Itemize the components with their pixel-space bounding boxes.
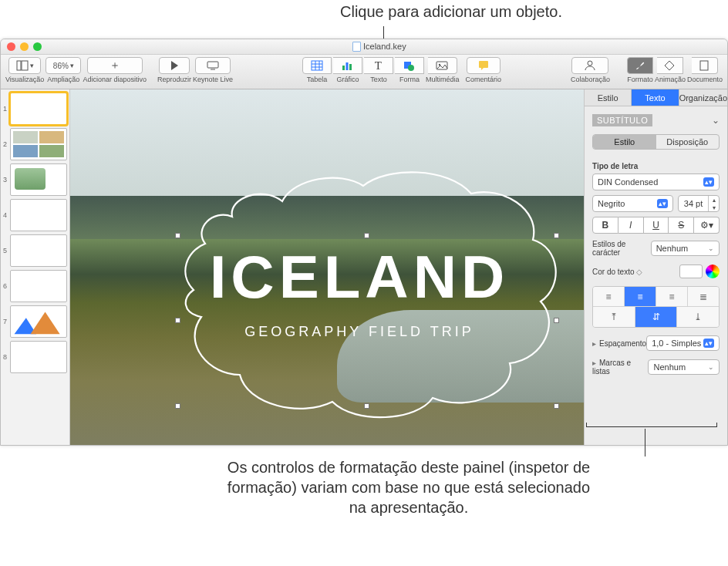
comment-button[interactable]: Comentário xyxy=(465,57,501,83)
shape-icon xyxy=(403,59,415,72)
slide-navigator[interactable]: 1ICELAND 2 3 4 5 6 7 8 xyxy=(1,89,70,445)
font-family-select[interactable]: DIN Condensed▴▾ xyxy=(592,174,720,190)
tab-style[interactable]: Estilo xyxy=(585,89,632,106)
document-icon xyxy=(352,42,361,52)
bullets-label: Marcas e listas xyxy=(592,359,631,376)
tab-arrange[interactable]: Organização xyxy=(679,89,727,106)
zoom-stepper[interactable]: 86%▾ Ampliação xyxy=(46,57,81,83)
slide-thumb[interactable]: 2 xyxy=(3,128,67,160)
callout-top: Clique para adicionar um objeto. xyxy=(285,3,617,21)
valign-bottom-button[interactable]: ⤓ xyxy=(677,307,719,327)
insert-table-button[interactable]: Tabela xyxy=(302,57,332,83)
add-slide-button[interactable]: ＋ Adicionar diapositivo xyxy=(83,57,147,83)
text-seg-style[interactable]: Estilo xyxy=(593,135,656,149)
diamond-icon xyxy=(663,59,676,72)
tab-text[interactable]: Texto xyxy=(632,89,679,106)
font-section-label: Tipo de letra xyxy=(592,162,720,170)
color-wheel-button[interactable] xyxy=(706,264,720,278)
gear-icon: ⚙︎ xyxy=(700,220,709,231)
disclosure-triangle-icon[interactable]: ▸ xyxy=(592,339,596,348)
zoom-window-button[interactable] xyxy=(33,42,42,51)
slide-thumb[interactable]: 4 xyxy=(3,199,67,231)
callout-bracket xyxy=(586,423,717,427)
callout-bottom: Os controlos de formatação deste painel … xyxy=(224,457,594,517)
align-right-button[interactable]: ≡ xyxy=(656,287,688,306)
keynote-live-button[interactable]: Keynote Live xyxy=(193,57,233,83)
text-advanced-button[interactable]: ⚙︎▾ xyxy=(694,217,720,234)
display-icon xyxy=(207,59,219,72)
spacing-label: Espaçamento xyxy=(599,339,646,348)
svg-rect-17 xyxy=(479,61,488,68)
slide-thumb[interactable]: 5 xyxy=(3,234,67,267)
insert-media-button[interactable]: Multimédia xyxy=(426,57,460,83)
insert-chart-button[interactable]: Gráfico xyxy=(333,57,362,83)
minimize-window-button[interactable] xyxy=(20,42,29,51)
brush-icon xyxy=(634,59,646,72)
play-icon xyxy=(168,59,180,72)
italic-button[interactable]: I xyxy=(618,217,644,234)
svg-rect-21 xyxy=(700,61,708,70)
table-icon xyxy=(311,59,323,72)
media-icon xyxy=(436,59,448,72)
text-color-swatch[interactable] xyxy=(679,264,703,278)
strike-button[interactable]: S xyxy=(669,217,694,234)
titlebar: Iceland.key xyxy=(1,39,727,55)
slide-thumb[interactable]: 8 xyxy=(3,341,67,373)
svg-marker-23 xyxy=(31,312,60,335)
svg-marker-20 xyxy=(665,61,674,70)
slide-thumb[interactable]: 7 xyxy=(3,305,67,338)
slide-thumb[interactable]: 3 xyxy=(3,163,67,196)
view-button[interactable]: ▾ Visualização xyxy=(5,57,44,83)
svg-marker-2 xyxy=(171,61,178,70)
bold-button[interactable]: B xyxy=(592,217,618,234)
app-window: Iceland.key ▾ Visualização 86%▾ Ampliaçã… xyxy=(0,39,728,446)
font-size-stepper[interactable]: 34 pt ▴▾ xyxy=(678,195,720,212)
align-left-button[interactable]: ≡ xyxy=(593,287,625,306)
callout-line xyxy=(645,429,645,457)
valign-top-button[interactable]: ⤒ xyxy=(593,307,635,327)
document-title: Iceland.key xyxy=(363,42,406,51)
chart-icon xyxy=(341,59,353,72)
disclosure-triangle-icon[interactable]: ▸ xyxy=(592,359,596,367)
char-styles-select[interactable]: Nenhum⌄ xyxy=(651,241,720,256)
svg-rect-1 xyxy=(22,61,28,70)
paragraph-style-picker[interactable]: SUBTÍTULO ⌄ xyxy=(585,106,727,134)
svg-rect-10 xyxy=(342,66,345,70)
insert-shape-button[interactable]: Forma xyxy=(395,57,424,83)
document-icon xyxy=(698,59,710,72)
document-inspector-button[interactable]: Documento xyxy=(687,57,723,83)
svg-rect-11 xyxy=(346,62,349,70)
text-seg-layout[interactable]: Disposição xyxy=(656,135,720,149)
slide-thumb[interactable]: 6 xyxy=(3,270,67,302)
svg-point-14 xyxy=(408,65,414,71)
svg-rect-3 xyxy=(207,62,218,68)
char-styles-label: Estilos de carácter xyxy=(592,240,651,257)
view-icon xyxy=(16,59,29,72)
valign-middle-button[interactable]: ⇵ xyxy=(635,307,678,327)
toolbar: ▾ Visualização 86%▾ Ampliação ＋ Adiciona… xyxy=(1,55,727,89)
svg-rect-12 xyxy=(349,64,352,70)
slide-canvas[interactable]: ICELAND GEOGRAPHY FIELD TRIP xyxy=(70,89,584,445)
svg-rect-0 xyxy=(17,61,21,70)
slide-thumb[interactable]: 1ICELAND xyxy=(3,93,67,125)
bullets-select[interactable]: Nenhum⌄ xyxy=(648,359,720,375)
collaboration-button[interactable]: Colaboração xyxy=(571,57,610,83)
comment-icon xyxy=(477,59,490,72)
selection-handles[interactable] xyxy=(178,236,556,406)
svg-rect-5 xyxy=(312,61,322,70)
close-window-button[interactable] xyxy=(7,42,15,51)
spacing-select[interactable]: 1,0 - Simples▴▾ xyxy=(646,335,720,351)
align-center-button[interactable]: ≡ xyxy=(625,287,656,306)
insert-text-button[interactable]: T Texto xyxy=(364,57,393,83)
format-inspector-button[interactable]: Formato xyxy=(627,57,653,83)
chevron-down-icon: ⌄ xyxy=(712,115,720,126)
text-color-label: Cor do texto xyxy=(592,268,634,276)
alignment-controls: ≡ ≡ ≡ ≣ ⤒ ⇵ ⤓ xyxy=(592,286,720,328)
paragraph-style-label: SUBTÍTULO xyxy=(592,114,652,126)
underline-button[interactable]: U xyxy=(644,217,669,234)
align-justify-button[interactable]: ≣ xyxy=(688,287,719,306)
svg-point-19 xyxy=(588,61,592,66)
animation-inspector-button[interactable]: Animação xyxy=(655,57,686,83)
font-weight-select[interactable]: Negrito▴▾ xyxy=(592,195,673,212)
play-button[interactable]: Reproduzir xyxy=(157,57,191,83)
